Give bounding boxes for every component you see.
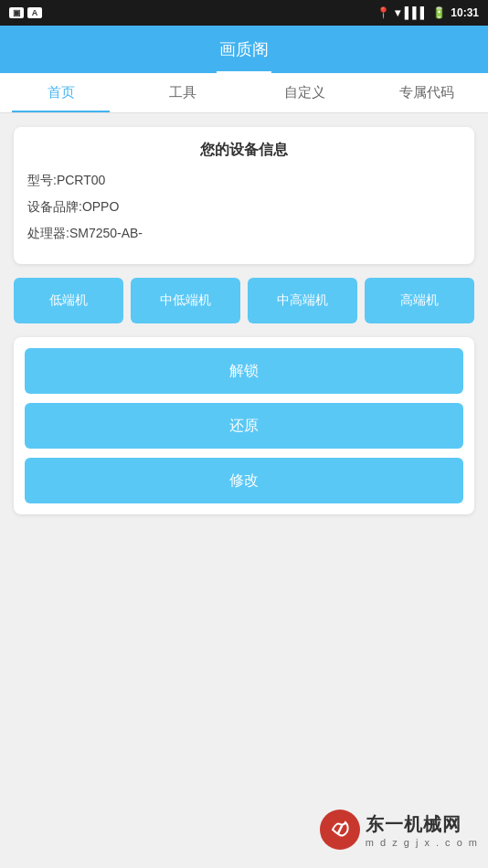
watermark-text-block: 东一机械网 m d z g j x . c o m — [366, 812, 479, 848]
tab-tools[interactable]: 工具 — [122, 73, 245, 112]
status-bar: ▣ A 📍 ▾ ▌▌▌ 🔋 10:31 — [0, 0, 488, 26]
logo-svg — [325, 815, 355, 844]
device-processor: 处理器:SM7250-AB- — [27, 224, 461, 243]
a-icon: A — [27, 7, 42, 18]
device-model: 型号:PCRT00 — [27, 171, 461, 190]
tier-high-button[interactable]: 高端机 — [365, 278, 474, 323]
tier-low-button[interactable]: 低端机 — [14, 278, 123, 323]
watermark-main-text: 东一机械网 — [366, 812, 479, 837]
tab-customize[interactable]: 自定义 — [244, 73, 366, 112]
status-bar-left: ▣ A — [9, 7, 42, 18]
tier-mid-low-button[interactable]: 中低端机 — [131, 278, 240, 323]
device-info-card: 您的设备信息 型号:PCRT00 设备品牌:OPPO 处理器:SM7250-AB… — [14, 127, 474, 264]
main-content: 您的设备信息 型号:PCRT00 设备品牌:OPPO 处理器:SM7250-AB… — [0, 113, 488, 528]
action-buttons-group: 解锁 还原 修改 — [14, 337, 474, 514]
location-icon: 📍 — [377, 6, 390, 19]
status-bar-right: 📍 ▾ ▌▌▌ 🔋 10:31 — [377, 6, 479, 19]
restore-button[interactable]: 还原 — [25, 403, 463, 449]
tab-exclusive-code[interactable]: 专属代码 — [366, 73, 489, 112]
tab-bar: 首页 工具 自定义 专属代码 — [0, 73, 488, 113]
footer-watermark: 东一机械网 m d z g j x . c o m — [320, 810, 479, 850]
device-brand: 设备品牌:OPPO — [27, 197, 461, 217]
battery-icon: 🔋 — [432, 6, 446, 19]
tab-home[interactable]: 首页 — [0, 73, 122, 112]
tier-buttons-group: 低端机 中低端机 中高端机 高端机 — [14, 278, 474, 323]
watermark-sub-text: m d z g j x . c o m — [366, 837, 479, 848]
modify-button[interactable]: 修改 — [25, 458, 463, 503]
unlock-button[interactable]: 解锁 — [25, 348, 463, 394]
signal-icon: ▌▌▌ — [405, 6, 429, 19]
tier-mid-high-button[interactable]: 中高端机 — [248, 278, 357, 323]
app-header: 画质阁 — [0, 26, 488, 73]
device-info-title: 您的设备信息 — [27, 141, 461, 160]
app-title: 画质阁 — [219, 38, 269, 60]
watermark-logo — [320, 810, 360, 850]
square-icon: ▣ — [9, 7, 24, 18]
wifi-icon: ▾ — [395, 6, 400, 19]
time-display: 10:31 — [451, 6, 479, 19]
